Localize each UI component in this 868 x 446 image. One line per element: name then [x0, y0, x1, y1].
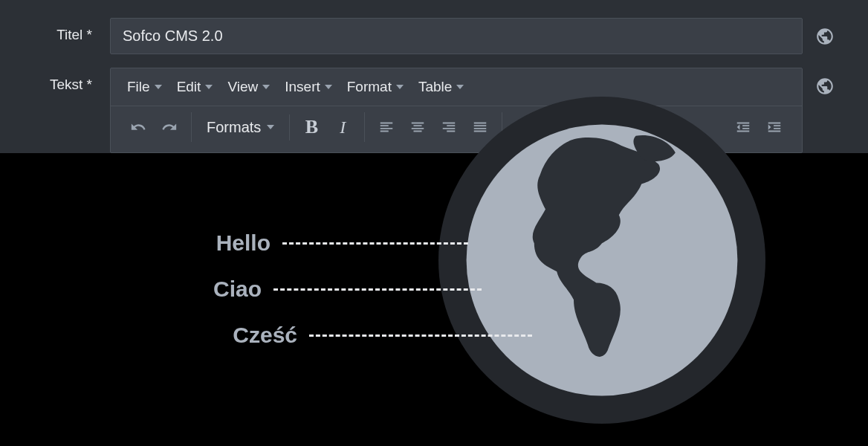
chevron-down-icon: [325, 85, 332, 89]
illustration-area: Hello Ciao Cześć: [0, 126, 868, 446]
menu-format[interactable]: Format: [341, 74, 409, 100]
chevron-down-icon: [155, 85, 162, 89]
connector-line: [309, 334, 532, 337]
greeting-text: Cześć: [226, 323, 297, 348]
greetings-list: Hello Ciao Cześć: [208, 230, 532, 369]
globe-icon[interactable]: [815, 77, 835, 96]
title-lang-slot: [803, 18, 847, 46]
greeting-text: Hello: [208, 230, 271, 256]
title-label: Titel *: [21, 18, 110, 43]
text-label: Tekst *: [21, 68, 110, 93]
title-row: Titel *: [21, 18, 847, 54]
menu-table[interactable]: Table: [412, 74, 470, 100]
menu-insert[interactable]: Insert: [279, 74, 338, 100]
title-field-wrap: [110, 18, 803, 54]
chevron-down-icon: [396, 85, 404, 89]
text-lang-slot: [803, 68, 847, 96]
globe-icon[interactable]: [815, 27, 835, 46]
menu-file[interactable]: File: [121, 74, 168, 100]
greeting-row: Ciao: [208, 277, 532, 302]
chevron-down-icon: [456, 85, 464, 89]
chevron-down-icon: [205, 85, 213, 89]
editor-menubar: File Edit View Insert Format Table: [111, 68, 802, 106]
connector-line: [282, 242, 468, 245]
connector-line: [273, 288, 482, 291]
menu-view[interactable]: View: [221, 74, 276, 100]
greeting-text: Ciao: [208, 277, 262, 302]
chevron-down-icon: [262, 85, 270, 89]
greeting-row: Cześć: [208, 323, 532, 348]
greeting-row: Hello: [208, 230, 532, 256]
title-input[interactable]: [110, 18, 803, 54]
menu-edit[interactable]: Edit: [171, 74, 219, 100]
